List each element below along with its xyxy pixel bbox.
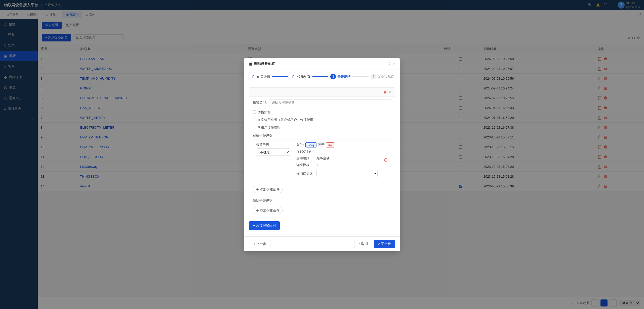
mobile-row: 移动仪表盘: — [296, 170, 378, 177]
add-alarm-rule-button[interactable]: + 添加报警规则 — [249, 221, 280, 230]
modal-title: ▣ 编辑设备配置 — [249, 62, 275, 66]
modal-title-icon: ▣ — [249, 62, 252, 66]
tenant-alarm-label: 向租户传播警报 — [258, 125, 280, 130]
alert-type-label: 报警类型: — [253, 100, 267, 105]
add-condition-container: ⊕ 添加创建条件 — [249, 183, 395, 196]
modal-close-icon[interactable]: × — [393, 62, 395, 66]
edit-device-config-modal: ▣ 编辑设备配置 ⛶ × ✓ 配置详情 ✓ 传输配置 3 告警规则 — [244, 58, 400, 251]
rule-right: 条件: CSQ 等于 3w 在100秒 内 启用规则: 始终启动 — [293, 139, 381, 180]
step-1: ✓ 配置详情 — [250, 74, 270, 79]
owner-alarm-label: 向实体所有者（客户或租户）传播警报 — [258, 118, 313, 122]
step-1-label: 配置详情 — [257, 74, 270, 79]
within-text: 在100秒 内 — [296, 149, 312, 154]
cancel-button[interactable]: × 取消 — [354, 240, 372, 248]
add-icon: ⊕ — [256, 187, 259, 191]
rule-delete-container: ⊖ — [381, 139, 391, 180]
modal-footer: < 上一步 × 取消 > 下一步 — [244, 236, 400, 251]
tenant-alarm-row: 向租户传播警报 — [249, 124, 395, 131]
alert-rule-card-header: 🗑 ∨ — [249, 88, 395, 97]
footer-left: < 上一步 — [249, 240, 270, 248]
alert-type-row: 报警类型: — [249, 97, 395, 109]
condition-label: 条件: — [296, 143, 304, 147]
add-rule-plus-icon: + — [253, 224, 255, 227]
add-create-condition-button[interactable]: ⊕ 添加创建条件 — [253, 186, 283, 193]
step-2-label: 传输配置 — [297, 74, 310, 79]
modal-expand-icon[interactable]: ⛶ — [387, 62, 390, 66]
prev-icon: < — [253, 242, 255, 246]
clear-condition-container: ⊕ 添加创建条件 — [249, 204, 395, 217]
step-2: ✓ 传输配置 — [290, 74, 310, 79]
condition-equals: 等于 — [318, 143, 325, 147]
footer-right: × 取消 > 下一步 — [354, 240, 395, 248]
next-step-button[interactable]: > 下一步 — [374, 240, 395, 248]
cancel-icon: × — [358, 242, 360, 246]
rule-block: 报警等级 不确定 低 中 高 严重 条件: CSQ 等 — [253, 139, 391, 180]
rule-level-select[interactable]: 不确定 低 中 高 严重 — [256, 148, 290, 156]
alert-rule-card: 🗑 ∨ 报警类型: 传播报警 向实体所有者（客户或租户）传播警报 — [249, 87, 395, 217]
condition-tag-csq: CSQ — [305, 142, 316, 147]
next-icon: > — [378, 242, 380, 246]
rule-delete-button[interactable]: ⊖ — [383, 156, 389, 164]
step-3-label: 告警规则 — [337, 74, 350, 79]
add-icon-2: ⊕ — [256, 209, 259, 212]
steps: ✓ 配置详情 ✓ 传输配置 3 告警规则 4 设备预配置 — [244, 70, 400, 83]
clear-rule-label: 清除告警规则: — [249, 196, 395, 204]
step-line-3 — [352, 76, 369, 77]
add-detail-button[interactable]: + — [316, 163, 319, 168]
detail-template-label: 详情模板: — [296, 163, 316, 167]
step-4: 4 设备预配置 — [371, 74, 394, 79]
step-4-label: 设备预配置 — [378, 74, 394, 79]
step-1-num: ✓ — [250, 74, 256, 79]
relay-alarm-checkbox[interactable] — [253, 111, 256, 114]
alert-rule-header-actions: 🗑 ∨ — [383, 90, 391, 94]
create-rule-label: 创建告警规则: — [249, 131, 395, 139]
step-2-num: ✓ — [290, 74, 296, 79]
relay-alarm-row: 传播报警 — [249, 109, 395, 116]
add-clear-condition-button[interactable]: ⊕ 添加创建条件 — [253, 207, 283, 214]
modal-body: 🗑 ∨ 报警类型: 传播报警 向实体所有者（客户或租户）传播警报 — [244, 83, 400, 236]
owner-alarm-checkbox[interactable] — [253, 118, 256, 121]
tenant-alarm-checkbox[interactable] — [253, 126, 256, 129]
step-line-1 — [272, 76, 288, 77]
step-3-num: 3 — [330, 74, 336, 79]
mobile-dashboard-label: 移动仪表盘: — [296, 171, 316, 176]
condition-row: 条件: CSQ 等于 3w — [296, 142, 378, 147]
rule-level-label: 报警等级 — [256, 142, 290, 147]
within-row: 在100秒 内 — [296, 149, 378, 154]
step-4-num: 4 — [371, 74, 376, 79]
relay-alarm-label: 传播报警 — [258, 110, 271, 115]
modal-header: ▣ 编辑设备配置 ⛶ × — [244, 58, 400, 70]
enable-rule-label: 启用规则: — [296, 156, 316, 161]
step-line-2 — [312, 76, 329, 77]
modal-header-actions: ⛶ × — [387, 62, 395, 66]
enable-rule-value: 始终启动 — [316, 156, 330, 161]
enable-rule-row: 启用规则: 始终启动 — [296, 156, 378, 161]
alert-type-input[interactable] — [269, 99, 391, 106]
delete-rule-card-icon[interactable]: 🗑 — [383, 90, 387, 94]
modal-overlay: ▣ 编辑设备配置 ⛶ × ✓ 配置详情 ✓ 传输配置 3 告警规则 — [0, 0, 644, 309]
prev-step-button[interactable]: < 上一步 — [249, 240, 270, 248]
mobile-dashboard-select[interactable] — [316, 170, 378, 177]
expand-rule-card-icon[interactable]: ∨ — [389, 90, 391, 94]
step-3: 3 告警规则 — [330, 74, 350, 79]
owner-alarm-row: 向实体所有者（客户或租户）传播警报 — [249, 116, 395, 124]
condition-tag-3w: 3w — [326, 142, 334, 147]
detail-row: 详情模板: + — [296, 163, 378, 168]
rule-left: 报警等级 不确定 低 中 高 严重 — [253, 139, 293, 180]
